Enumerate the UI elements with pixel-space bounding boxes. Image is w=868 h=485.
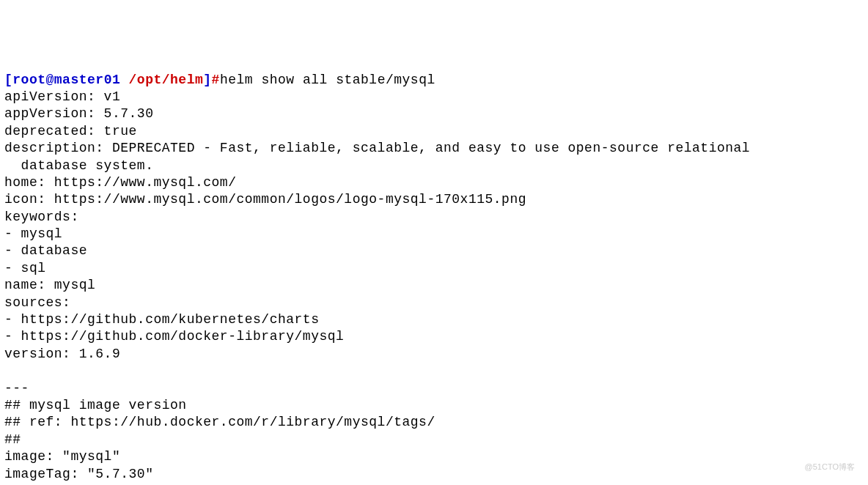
- output-line: name: mysql: [4, 278, 95, 292]
- output-line: - mysql: [4, 226, 62, 241]
- output-line: ## mysql image version: [4, 398, 187, 412]
- output-line: description: DEPRECATED - Fast, reliable…: [4, 141, 750, 155]
- watermark-text: @51CTO博客: [805, 462, 855, 472]
- output-line: ## ref: https://hub.docker.com/r/library…: [4, 415, 435, 429]
- output-line: keywords:: [4, 210, 79, 224]
- prompt-bracket-open: [: [4, 73, 12, 87]
- output-line: apiVersion: v1: [4, 89, 120, 104]
- output-line: - https://github.com/docker-library/mysq…: [4, 329, 344, 344]
- output-line: sources:: [4, 295, 70, 310]
- prompt-user-host: root@master01: [12, 73, 120, 87]
- output-line: appVersion: 5.7.30: [4, 106, 153, 121]
- output-line: version: 1.6.9: [4, 347, 120, 361]
- output-line: database system.: [4, 158, 153, 173]
- output-line: deprecated: true: [4, 124, 137, 138]
- command-text[interactable]: helm show all stable/mysql: [220, 73, 435, 87]
- output-line: icon: https://www.mysql.com/common/logos…: [4, 192, 526, 207]
- output-line: - sql: [4, 261, 46, 275]
- prompt-separator: [120, 73, 128, 87]
- output-line: image: "mysql": [4, 449, 120, 464]
- output-line: home: https://www.mysql.com/: [4, 175, 236, 190]
- output-line: imageTag: "5.7.30": [4, 467, 153, 481]
- output-line: - https://github.com/kubernetes/charts: [4, 312, 319, 327]
- prompt-bracket-close: ]: [203, 73, 211, 87]
- output-line: ---: [4, 381, 29, 396]
- output-line: - database: [4, 243, 87, 258]
- output-line: ##: [4, 432, 21, 447]
- prompt-path: /opt/helm: [129, 73, 204, 87]
- prompt-hash: #: [212, 73, 220, 87]
- terminal-output: [root@master01 /opt/helm]#helm show all …: [4, 72, 864, 485]
